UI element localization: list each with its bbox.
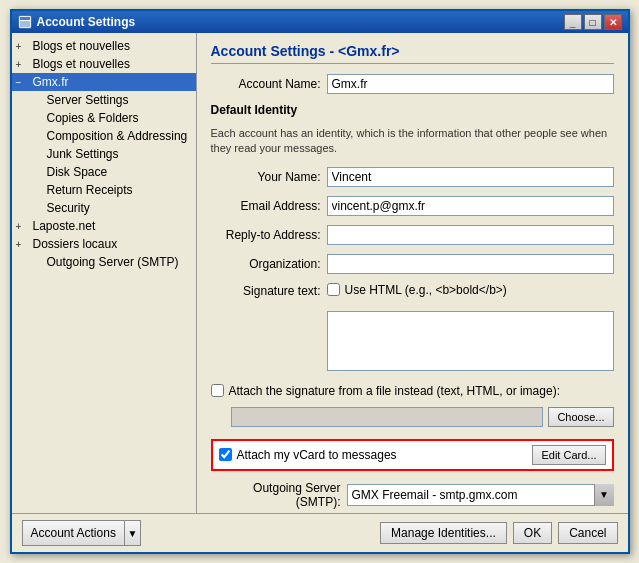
sidebar-item-laposte[interactable]: + Laposte.net — [12, 217, 196, 235]
attach-sig-label: Attach the signature from a file instead… — [229, 384, 560, 398]
sidebar-item-label: Copies & Folders — [47, 111, 139, 125]
sidebar-item-label: Dossiers locaux — [33, 237, 118, 251]
use-html-label: Use HTML (e.g., <b>bold</b>) — [345, 283, 507, 297]
email-input[interactable] — [327, 196, 614, 216]
sidebar-item-label: Server Settings — [47, 93, 129, 107]
sidebar-item-label: Junk Settings — [47, 147, 119, 161]
sidebar-item-security[interactable]: Security — [12, 199, 196, 217]
sidebar-item-dossiers[interactable]: + Dossiers locaux — [12, 235, 196, 253]
attach-sig-row: Attach the signature from a file instead… — [211, 384, 614, 398]
main-panel: Account Settings - <Gmx.fr> Account Name… — [197, 33, 628, 513]
sidebar-item-label: Outgoing Server (SMTP) — [47, 255, 179, 269]
your-name-row: Your Name: — [211, 167, 614, 187]
sidebar-item-label: Composition & Addressing — [47, 129, 188, 143]
outgoing-label: Outgoing Server (SMTP): — [211, 481, 341, 509]
signature-textarea[interactable] — [327, 311, 614, 371]
attach-sig-path-input[interactable] — [231, 407, 544, 427]
chevron-down-icon: ▼ — [127, 528, 137, 539]
expander-icon: + — [16, 59, 30, 70]
maximize-button[interactable]: □ — [584, 14, 602, 30]
sidebar-item-gmxfr[interactable]: − Gmx.fr — [12, 73, 196, 91]
sidebar-item-server[interactable]: Server Settings — [12, 91, 196, 109]
window-icon — [18, 15, 32, 29]
panel-title: Account Settings - <Gmx.fr> — [211, 43, 614, 64]
sidebar-item-blogs2[interactable]: + Blogs et nouvelles — [12, 55, 196, 73]
sidebar-item-blogs1[interactable]: + Blogs et nouvelles — [12, 37, 196, 55]
expander-icon: − — [16, 77, 30, 88]
sig-label: Signature text: — [211, 284, 321, 298]
sidebar-item-copies[interactable]: Copies & Folders — [12, 109, 196, 127]
email-label: Email Address: — [211, 199, 321, 213]
account-name-label: Account Name: — [211, 77, 321, 91]
sidebar-item-label: Laposte.net — [33, 219, 96, 233]
account-actions-label: Account Actions — [31, 526, 116, 540]
account-name-row: Account Name: — [211, 74, 614, 94]
window-title: Account Settings — [37, 15, 136, 29]
default-identity-heading: Default Identity — [211, 103, 614, 117]
title-bar-title: Account Settings — [18, 15, 136, 29]
expander-icon: + — [16, 41, 30, 52]
account-actions-dropdown-button[interactable]: ▼ — [125, 520, 141, 546]
replyto-row: Reply-to Address: — [211, 225, 614, 245]
sidebar-item-label: Return Receipts — [47, 183, 133, 197]
manage-identities-button[interactable]: Manage Identities... — [380, 522, 507, 544]
vcard-row: Attach my vCard to messages Edit Card... — [211, 439, 614, 471]
sidebar-item-label: Blogs et nouvelles — [33, 39, 130, 53]
email-row: Email Address: — [211, 196, 614, 216]
attach-sig-checkbox[interactable] — [211, 384, 224, 397]
use-html-checkbox[interactable] — [327, 283, 340, 296]
sidebar-item-disk[interactable]: Disk Space — [12, 163, 196, 181]
outgoing-select[interactable]: GMX Freemail - smtp.gmx.com — [347, 484, 614, 506]
expander-icon: + — [16, 221, 30, 232]
use-html-row: Use HTML (e.g., <b>bold</b>) — [327, 283, 507, 297]
org-row: Organization: — [211, 254, 614, 274]
identity-description: Each account has an identity, which is t… — [211, 126, 614, 157]
sidebar-item-return[interactable]: Return Receipts — [12, 181, 196, 199]
content-area: + Blogs et nouvelles + Blogs et nouvelle… — [12, 33, 628, 513]
account-name-input[interactable] — [327, 74, 614, 94]
sig-row: Signature text: Use HTML (e.g., <b>bold<… — [211, 283, 614, 300]
bottom-right: Manage Identities... OK Cancel — [380, 522, 617, 544]
sidebar-item-junk[interactable]: Junk Settings — [12, 145, 196, 163]
org-input[interactable] — [327, 254, 614, 274]
cancel-button[interactable]: Cancel — [558, 522, 617, 544]
sidebar-item-outgoing[interactable]: Outgoing Server (SMTP) — [12, 253, 196, 271]
vcard-checkbox[interactable] — [219, 448, 232, 461]
account-settings-window: Account Settings _ □ ✕ + Blogs et nouvel… — [10, 9, 630, 554]
title-bar: Account Settings _ □ ✕ — [12, 11, 628, 33]
title-bar-controls: _ □ ✕ — [564, 14, 622, 30]
sidebar-item-label: Blogs et nouvelles — [33, 57, 130, 71]
your-name-input[interactable] — [327, 167, 614, 187]
outgoing-select-wrapper: GMX Freemail - smtp.gmx.com ▼ — [347, 484, 614, 506]
bottom-left: Account Actions ▼ — [22, 520, 141, 546]
sidebar-item-label: Disk Space — [47, 165, 108, 179]
minimize-button[interactable]: _ — [564, 14, 582, 30]
sidebar: + Blogs et nouvelles + Blogs et nouvelle… — [12, 33, 197, 513]
bottom-bar: Account Actions ▼ Manage Identities... O… — [12, 513, 628, 552]
vcard-label: Attach my vCard to messages — [237, 448, 397, 462]
ok-button[interactable]: OK — [513, 522, 552, 544]
sidebar-item-composition[interactable]: Composition & Addressing — [12, 127, 196, 145]
svg-rect-1 — [20, 17, 30, 20]
your-name-label: Your Name: — [211, 170, 321, 184]
edit-card-button[interactable]: Edit Card... — [532, 445, 605, 465]
choose-button[interactable]: Choose... — [548, 407, 613, 427]
close-button[interactable]: ✕ — [604, 14, 622, 30]
sidebar-item-label: Gmx.fr — [33, 75, 69, 89]
expander-icon: + — [16, 239, 30, 250]
org-label: Organization: — [211, 257, 321, 271]
account-actions-button[interactable]: Account Actions — [22, 520, 125, 546]
outgoing-server-row: Outgoing Server (SMTP): GMX Freemail - s… — [211, 481, 614, 509]
sidebar-item-label: Security — [47, 201, 90, 215]
replyto-label: Reply-to Address: — [211, 228, 321, 242]
vcard-left: Attach my vCard to messages — [219, 448, 397, 462]
replyto-input[interactable] — [327, 225, 614, 245]
